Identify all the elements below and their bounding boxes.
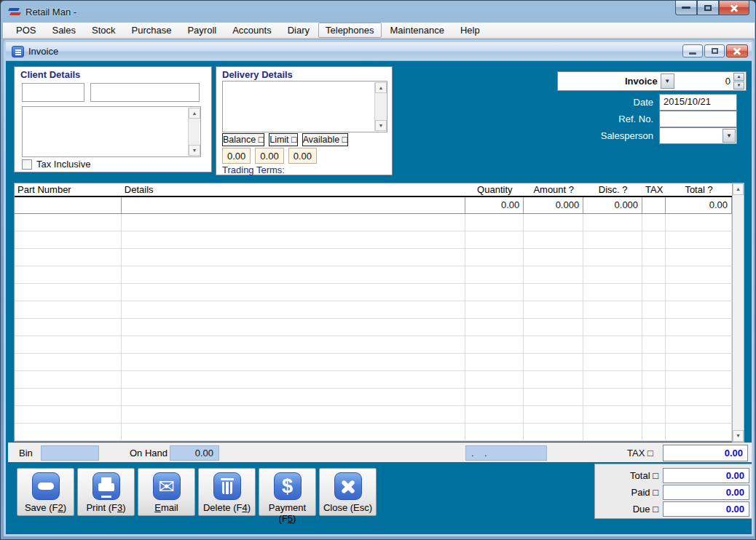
table-cell[interactable] — [524, 389, 583, 405]
table-cell[interactable]: 0.00 — [666, 197, 732, 213]
scrollbar[interactable] — [188, 108, 200, 156]
table-cell[interactable] — [524, 371, 583, 388]
table-cell[interactable] — [642, 371, 666, 388]
table-cell[interactable] — [15, 249, 122, 266]
client-name-input[interactable] — [90, 83, 200, 102]
scroll-down-icon[interactable] — [733, 430, 744, 442]
table-cell[interactable] — [642, 319, 666, 335]
table-cell[interactable] — [122, 389, 465, 405]
ref-no-input[interactable] — [659, 111, 737, 127]
table-cell[interactable] — [122, 406, 465, 423]
menu-item[interactable]: Diary — [280, 23, 317, 38]
table-cell[interactable] — [122, 266, 465, 283]
table-cell[interactable] — [666, 336, 732, 353]
table-row[interactable]: 0.000.0000.0000.00 — [15, 197, 732, 214]
table-cell[interactable] — [666, 319, 732, 335]
spin-down-icon[interactable] — [733, 82, 744, 90]
table-cell[interactable] — [465, 266, 524, 283]
table-cell[interactable] — [642, 266, 666, 283]
table-cell[interactable] — [666, 371, 732, 388]
scrollbar[interactable] — [374, 82, 386, 131]
salesperson-combobox[interactable] — [659, 127, 737, 144]
table-cell[interactable] — [465, 231, 524, 248]
table-cell[interactable] — [465, 336, 524, 353]
table-cell[interactable] — [15, 371, 122, 388]
table-cell[interactable] — [583, 214, 642, 231]
menu-item[interactable]: Telephones — [318, 23, 382, 38]
table-cell[interactable] — [122, 354, 465, 370]
menu-item[interactable]: Help — [453, 23, 487, 38]
table-cell[interactable] — [465, 249, 524, 266]
table-cell[interactable] — [666, 301, 732, 318]
table-row[interactable] — [15, 336, 732, 354]
date-input[interactable]: 2015/10/21 — [659, 94, 737, 111]
table-cell[interactable] — [666, 424, 732, 440]
invoice-close-button[interactable] — [726, 44, 748, 57]
table-cell[interactable] — [122, 214, 465, 231]
table-row[interactable] — [15, 284, 732, 301]
table-cell[interactable] — [524, 354, 583, 370]
table-cell[interactable] — [583, 231, 642, 248]
table-cell[interactable] — [524, 284, 583, 301]
table-cell[interactable] — [524, 249, 583, 266]
menu-item[interactable]: POS — [9, 23, 43, 38]
credit-header-button[interactable]: Balance □ — [222, 133, 264, 146]
table-cell[interactable] — [15, 354, 122, 370]
table-cell[interactable] — [666, 266, 732, 283]
table-row[interactable] — [15, 266, 732, 284]
table-cell[interactable] — [524, 424, 583, 440]
table-cell[interactable] — [122, 301, 465, 318]
table-cell[interactable] — [122, 284, 465, 301]
table-cell[interactable] — [122, 336, 465, 353]
table-cell[interactable] — [465, 301, 524, 318]
table-cell[interactable] — [583, 266, 642, 283]
table-cell[interactable] — [583, 249, 642, 266]
table-cell[interactable]: 0.00 — [465, 197, 524, 213]
spin-up-icon[interactable] — [733, 73, 744, 81]
table-cell[interactable] — [15, 197, 122, 213]
table-cell[interactable] — [524, 266, 583, 283]
tax-total-field[interactable]: 0.00 — [663, 445, 748, 461]
table-cell[interactable] — [666, 249, 732, 266]
table-cell[interactable] — [666, 406, 732, 423]
table-cell[interactable] — [122, 319, 465, 335]
invoice-number-field[interactable]: 0 — [674, 76, 733, 87]
menu-item[interactable]: Payroll — [180, 23, 224, 38]
minimize-button[interactable] — [675, 1, 697, 15]
close-button[interactable] — [719, 1, 749, 15]
table-cell[interactable] — [465, 424, 524, 440]
table-cell[interactable] — [465, 284, 524, 301]
table-cell[interactable] — [122, 197, 465, 213]
table-cell[interactable] — [583, 336, 642, 353]
total-field[interactable]: 0.00 — [663, 501, 749, 517]
maximize-button[interactable] — [697, 1, 719, 15]
client-address-textarea[interactable] — [22, 106, 201, 157]
table-cell[interactable] — [15, 284, 122, 301]
table-cell[interactable] — [15, 214, 122, 231]
table-cell[interactable] — [524, 336, 583, 353]
table-cell[interactable] — [122, 371, 465, 388]
table-cell[interactable] — [666, 354, 732, 370]
table-cell[interactable] — [666, 389, 732, 405]
credit-header-button[interactable]: Limit □ — [269, 133, 297, 146]
table-cell[interactable] — [666, 231, 732, 248]
credit-header-button[interactable]: Available □ — [302, 133, 349, 146]
table-cell[interactable] — [15, 389, 122, 405]
action-button[interactable]: Save (F2) — [17, 468, 74, 516]
document-type-dropdown-button[interactable] — [661, 74, 674, 89]
tax-inclusive-checkbox[interactable] — [22, 159, 32, 170]
table-row[interactable] — [15, 354, 732, 371]
table-cell[interactable] — [642, 301, 666, 318]
invoice-minimize-button[interactable] — [682, 44, 703, 57]
table-cell[interactable] — [524, 406, 583, 423]
table-cell[interactable] — [583, 406, 642, 423]
menu-item[interactable]: Sales — [44, 23, 83, 38]
invoice-restore-button[interactable] — [704, 44, 725, 57]
action-button[interactable]: Email — [138, 468, 195, 516]
table-cell[interactable] — [666, 284, 732, 301]
table-cell[interactable]: 0.000 — [583, 197, 642, 213]
client-code-input[interactable] — [22, 83, 84, 102]
action-button[interactable]: Print (F3) — [77, 468, 135, 516]
chevron-down-icon[interactable] — [722, 129, 736, 143]
menu-item[interactable]: Maintenance — [383, 23, 452, 38]
